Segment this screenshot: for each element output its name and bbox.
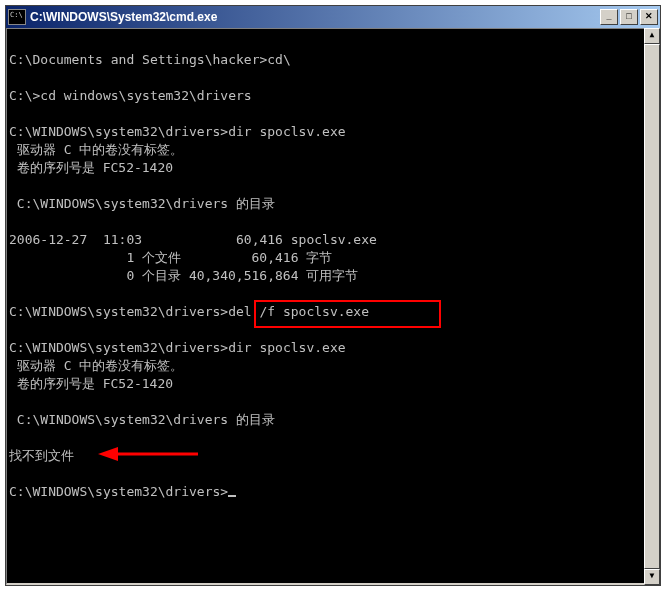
- cmd-window: C:\WINDOWS\System32\cmd.exe _ □ ✕ C:\Doc…: [5, 5, 661, 586]
- titlebar[interactable]: C:\WINDOWS\System32\cmd.exe _ □ ✕: [6, 6, 660, 28]
- minimize-button[interactable]: _: [600, 9, 618, 25]
- scroll-down-button[interactable]: ▼: [644, 569, 660, 585]
- title-left: C:\WINDOWS\System32\cmd.exe: [8, 9, 217, 25]
- window-title: C:\WINDOWS\System32\cmd.exe: [30, 10, 217, 24]
- vertical-scrollbar[interactable]: ▲ ▼: [644, 28, 660, 585]
- window-controls: _ □ ✕: [600, 9, 658, 25]
- close-button[interactable]: ✕: [640, 9, 658, 25]
- scroll-thumb[interactable]: [644, 44, 660, 569]
- maximize-button[interactable]: □: [620, 9, 638, 25]
- scroll-up-button[interactable]: ▲: [644, 28, 660, 44]
- cmd-icon: [8, 9, 26, 25]
- cursor: [228, 495, 236, 497]
- terminal-output[interactable]: C:\Documents and Settings\hacker>cd\ C:\…: [6, 28, 660, 585]
